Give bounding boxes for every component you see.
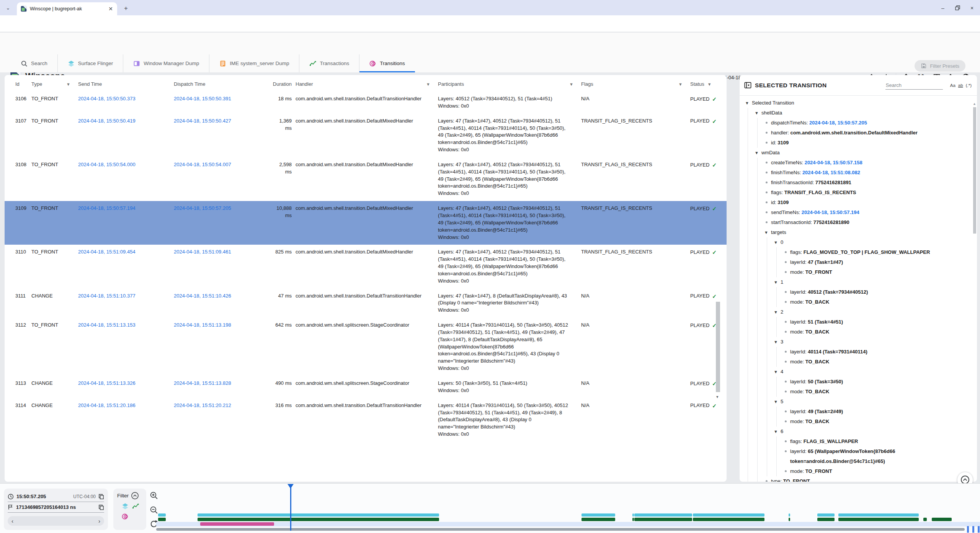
tree-leaf-layerId[interactable]: layerId: 47 (Task=1#47) <box>783 257 971 267</box>
filter-dropdown-icon[interactable]: ▼ <box>707 82 712 87</box>
browser-tab[interactable]: Winscope | bugreport-ak ✕ <box>17 2 117 15</box>
tree-leaf-layerId[interactable]: layerId: 40512 (Task=7934#40512) <box>783 287 971 297</box>
table-scrollbar[interactable] <box>716 302 720 392</box>
transactions-trace-block[interactable] <box>932 518 952 521</box>
tree-group-2[interactable]: ▼2 <box>774 307 971 317</box>
transactions-trace-block[interactable] <box>632 518 634 521</box>
panel-scroll-up-icon[interactable]: ▲ <box>973 102 976 106</box>
sf-trace-block[interactable] <box>789 513 790 517</box>
tree-group-targets[interactable]: ▼targets <box>764 227 971 237</box>
timeline-canvas[interactable] <box>156 483 980 533</box>
table-scroll-down-icon[interactable]: ▾ <box>716 394 719 399</box>
filter-dropdown-icon[interactable]: ▼ <box>678 82 683 87</box>
panel-search-input[interactable] <box>885 81 943 90</box>
timeline-scrollbar[interactable] <box>156 528 965 531</box>
column-header-participants[interactable]: Participants▼ <box>438 81 581 87</box>
tree-leaf-layerId[interactable]: layerId: 49 (Task=2#49) <box>783 407 971 417</box>
sf-trace-block[interactable] <box>632 513 634 517</box>
transactions-trace-block[interactable] <box>634 518 692 521</box>
tree-group-3[interactable]: ▼3 <box>774 337 971 347</box>
cell-send-time[interactable]: 2024-04-18, 15:50:50.419 <box>78 118 174 125</box>
tree-group-wmData[interactable]: ▼wmData <box>755 148 971 158</box>
window-close-button[interactable]: × <box>966 5 978 11</box>
table-row-3107[interactable]: 3107TO_FRONT2024-04-18, 15:50:50.4192024… <box>5 114 727 157</box>
column-header-dispatch-time[interactable]: Dispatch Time <box>174 81 272 87</box>
column-header-id[interactable]: Id <box>15 81 31 87</box>
cell-dispatch-time[interactable]: 2024-04-18, 15:51:09.461 <box>174 249 272 256</box>
cell-dispatch-time[interactable]: 2024-04-18, 15:50:50.427 <box>174 118 272 125</box>
column-header-handler[interactable]: Handler▼ <box>296 81 438 87</box>
table-row-3109[interactable]: 3109TO_FRONT2024-04-18, 15:50:57.1942024… <box>5 201 727 245</box>
tree-group-4[interactable]: ▼4 <box>774 367 971 377</box>
table-row-3112[interactable]: 3112TO_FRONT2024-04-18, 15:51:13.1532024… <box>5 318 727 376</box>
tree-leaf-layerId[interactable]: layerId: 65 (WallpaperWindowToken{87b6d6… <box>783 446 971 466</box>
cell-dispatch-time[interactable]: 2024-04-18, 15:51:13.828 <box>174 380 272 387</box>
table-row-3106[interactable]: 3106TO_FRONT2024-04-18, 15:50:50.3732024… <box>5 92 727 114</box>
sf-trace-block[interactable] <box>693 513 764 517</box>
tree-group-0[interactable]: ▼0 <box>774 237 971 247</box>
filter-dropdown-icon[interactable]: ▼ <box>426 82 430 87</box>
column-header-send-time[interactable]: Send Time <box>78 81 174 87</box>
transition-block[interactable] <box>200 522 274 526</box>
match-case-toggle[interactable]: Aa <box>950 83 956 88</box>
tree-leaf-finishTransactionId[interactable]: finishTransactionId: 7752416281891 <box>764 178 971 188</box>
tree-leaf-dispatchTimeNs[interactable]: dispatchTimeNs: 2024-04-18, 15:50:57.205 <box>764 118 971 128</box>
cell-send-time[interactable]: 2024-04-18, 15:51:09.454 <box>78 249 174 256</box>
tree-group-6[interactable]: ▼6 <box>774 427 971 437</box>
column-header-flags[interactable]: Flags▼ <box>581 81 690 87</box>
tree-leaf-type[interactable]: type: TO_FRONT <box>764 476 971 482</box>
tree-leaf-sendTimeNs[interactable]: sendTimeNs: 2024-04-18, 15:50:57.194 <box>764 208 971 217</box>
sf-trace-block[interactable] <box>817 513 835 517</box>
table-row-3113[interactable]: 3113CHANGE2024-04-18, 15:51:13.3262024-0… <box>5 376 727 398</box>
transactions-trace-block[interactable] <box>693 518 764 521</box>
tree-leaf-createTimeNs[interactable]: createTimeNs: 2024-04-18, 15:50:57.158 <box>764 158 971 168</box>
sf-trace-block[interactable] <box>581 513 615 517</box>
cell-dispatch-time[interactable]: 2024-04-18, 15:50:54.007 <box>174 161 272 168</box>
transactions-trace-block[interactable] <box>817 518 835 521</box>
column-header-type[interactable]: Type▼ <box>31 81 78 87</box>
tree-leaf-handler[interactable]: handler: com.android.wm.shell.transition… <box>764 128 971 138</box>
cell-send-time[interactable]: 2024-04-18, 15:51:10.377 <box>78 293 174 300</box>
copy-ns-icon[interactable] <box>98 504 104 510</box>
transactions-trace-block[interactable] <box>581 518 615 521</box>
current-ns-value[interactable]: 1713469857205164013 ns <box>16 504 96 510</box>
filter-dropdown-icon[interactable]: ▼ <box>66 82 70 87</box>
tab-transactions[interactable]: Transactions <box>299 54 359 72</box>
new-tab-button[interactable]: + <box>122 4 130 13</box>
tab-search[interactable]: Search <box>11 54 57 72</box>
cell-dispatch-time[interactable]: 2024-04-18, 15:51:10.426 <box>174 293 272 300</box>
cell-send-time[interactable]: 2024-04-18, 15:50:57.194 <box>78 205 174 212</box>
tree-leaf-mode[interactable]: mode: TO_BACK <box>783 297 971 307</box>
transactions-trace-block[interactable] <box>838 518 919 521</box>
panel-scrollbar[interactable] <box>973 107 976 234</box>
tab-surface-flinger[interactable]: Surface Flinger <box>57 54 123 72</box>
cell-dispatch-time[interactable]: 2024-04-18, 15:50:50.391 <box>174 95 272 103</box>
transactions-trace-block[interactable] <box>198 518 439 521</box>
sf-trace-block[interactable] <box>634 513 692 517</box>
tree-leaf-layerId[interactable]: layerId: 51 (Task=4#51) <box>783 317 971 327</box>
tree-leaf-flags[interactable]: flags: FLAG_MOVED_TO_TOP | FLAG_SHOW_WAL… <box>783 247 971 257</box>
transactions-trace-block[interactable] <box>789 518 790 521</box>
filter-dropdown-icon[interactable]: ▼ <box>569 82 573 87</box>
cell-dispatch-time[interactable]: 2024-04-18, 15:51:13.198 <box>174 322 272 329</box>
current-time-value[interactable]: 15:50:57.205 <box>16 494 70 499</box>
filter-transitions-icon[interactable] <box>122 513 129 520</box>
tree-leaf-mode[interactable]: mode: TO_BACK <box>783 417 971 427</box>
cell-send-time[interactable]: 2024-04-18, 15:51:13.153 <box>78 322 174 329</box>
collapse-filter-icon[interactable] <box>131 492 139 500</box>
filter-transactions-icon[interactable] <box>132 503 139 510</box>
tree-leaf-mode[interactable]: mode: TO_FRONT <box>783 466 971 476</box>
cell-send-time[interactable]: 2024-04-18, 15:51:20.186 <box>78 402 174 409</box>
tab-close-icon[interactable]: ✕ <box>107 6 114 12</box>
cell-dispatch-time[interactable]: 2024-04-18, 15:50:57.205 <box>174 205 272 212</box>
tab-window-manager-dump[interactable]: Window Manager Dump <box>123 54 209 72</box>
tree-leaf-mode[interactable]: mode: TO_BACK <box>783 327 971 337</box>
tree-leaf-mode[interactable]: mode: TO_FRONT <box>783 267 971 277</box>
window-restore-button[interactable] <box>952 5 963 11</box>
filter-presets-button[interactable]: Filter Presets <box>915 60 965 72</box>
next-frame-button[interactable]: › <box>98 518 100 524</box>
tree-leaf-id[interactable]: id: 3109 <box>764 198 971 208</box>
window-minimize-button[interactable]: – <box>937 5 949 11</box>
cell-send-time[interactable]: 2024-04-18, 15:51:13.326 <box>78 380 174 387</box>
prev-frame-button[interactable]: ‹ <box>11 518 13 524</box>
